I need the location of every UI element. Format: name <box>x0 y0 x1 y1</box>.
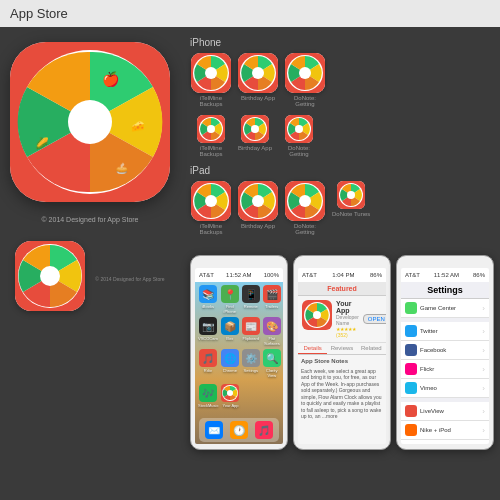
right-panel: iPhone iTelMine Backups <box>180 27 500 497</box>
ipad-section: iPad iTelMine Backups Birthday App <box>190 165 494 243</box>
status-battery-1: 100% <box>264 272 279 278</box>
settings-mockup: AT&T 11:52 AM 86% Settings Game Center › <box>396 255 494 450</box>
svg-point-30 <box>205 195 217 207</box>
facebook-icon <box>405 344 417 356</box>
settings-screen: AT&T 11:52 AM 86% Settings Game Center › <box>401 268 489 444</box>
home-icon-find[interactable]: 📍 Find iPhone <box>221 285 239 314</box>
home-icon-clarity[interactable]: 🔍 Clarity View <box>263 349 281 378</box>
svg-point-18 <box>299 67 311 79</box>
home-icon-rdio[interactable]: 🎵 Rdio <box>198 349 218 378</box>
settings-item-facebook[interactable]: Facebook › <box>401 341 489 360</box>
settings-item-gamecenter[interactable]: Game Center › <box>401 299 489 318</box>
settings-item-yourapp[interactable]: Your App › <box>401 440 489 444</box>
star-rating: ★★★★★ (352) <box>336 326 359 338</box>
app-tabs: Details Reviews Related <box>298 343 386 355</box>
home-icon-remote[interactable]: 📱 Remote <box>242 285 260 314</box>
svg-point-15 <box>252 67 264 79</box>
liveview-icon <box>405 405 417 417</box>
left-panel: 🍎 🧀 🥧 🌽 © 2014 Designed for App Store <box>0 27 180 497</box>
svg-point-27 <box>295 125 303 133</box>
small-icon-caption: © 2014 Designed for App Store <box>95 267 164 285</box>
settings-item-nike[interactable]: Nike + iPod › <box>401 421 489 440</box>
settings-item-liveview[interactable]: LiveView › <box>401 402 489 421</box>
arrow-icon-6: › <box>482 407 485 416</box>
status-carrier-3: AT&T <box>405 272 420 278</box>
tab-related[interactable]: Related <box>357 343 386 354</box>
appstore-header: Featured <box>298 282 386 296</box>
arrow-icon-2: › <box>482 327 485 336</box>
home-icon-vsco[interactable]: 📷 VSCOCam <box>198 317 218 346</box>
ipad-icon-3: DoNote: Getting <box>284 181 326 235</box>
svg-point-36 <box>299 195 311 207</box>
home-icon-ibooks[interactable]: 📚 iBooks <box>198 285 218 314</box>
iphone-small-icon-row: iTelMine Backups Birthday App <box>190 115 326 157</box>
svg-text:🧀: 🧀 <box>131 119 145 133</box>
svg-point-33 <box>252 195 264 207</box>
svg-point-9 <box>40 266 60 286</box>
small-app-icon <box>15 241 85 311</box>
status-time-1: 11:52 AM <box>226 272 251 278</box>
settings-item-twitter[interactable]: Twitter › <box>401 322 489 341</box>
homescreen-mockup: AT&T 11:52 AM 100% 📚 iBooks 📍 <box>190 255 288 450</box>
svg-point-39 <box>347 191 355 199</box>
flickr-icon <box>405 363 417 375</box>
homescreen-screen: AT&T 11:52 AM 100% 📚 iBooks 📍 <box>195 268 283 444</box>
svg-point-45 <box>313 311 321 319</box>
yourapp-settings-icon <box>405 443 417 444</box>
svg-point-2 <box>68 100 112 144</box>
home-icon-flipboard[interactable]: 📰 Flipboard <box>242 317 260 346</box>
appstore-mockup: AT&T 1:04 PM 86% Featured Your App Dev <box>293 255 391 450</box>
ipad-icon-1: iTelMine Backups <box>190 181 232 235</box>
home-icon-settings[interactable]: ⚙️ Settings <box>242 349 260 378</box>
home-row-2: 🎶 StockMusic Your App <box>195 381 283 408</box>
home-icon-trailers[interactable]: 🎬 Trailers <box>263 285 281 314</box>
appstore-screen: AT&T 1:04 PM 86% Featured Your App Dev <box>298 268 386 444</box>
iphone-xs-icon-3: DoNote: Getting <box>278 115 320 157</box>
mockups-section: AT&T 11:52 AM 100% 📚 iBooks 📍 <box>190 255 494 450</box>
dock: ✉️ 🕐 🎵 <box>199 418 279 442</box>
settings-title: Settings <box>401 282 489 299</box>
status-bar-1: AT&T 11:52 AM 100% <box>195 268 283 282</box>
notes-text: Each week, we select a great app and bri… <box>301 368 383 420</box>
app-name: Your App <box>336 300 359 314</box>
header-title: App Store <box>10 6 68 21</box>
open-button[interactable]: OPEN <box>363 314 386 324</box>
main-content: 🍎 🧀 🥧 🌽 © 2014 Designed for App Store <box>0 27 500 497</box>
status-time-2: 1:04 PM <box>332 272 354 278</box>
home-icon-chrome[interactable]: 🌐 Chrome <box>221 349 239 378</box>
ipad-title: iPad <box>190 165 494 176</box>
iphone-xs-icon-2: Birthday App <box>238 115 272 151</box>
status-carrier-2: AT&T <box>302 272 317 278</box>
iphone-icon-row: iTelMine Backups Birthday App <box>190 53 326 107</box>
iphone-icon-1: iTelMine Backups <box>190 53 232 107</box>
iphone-row: iPhone iTelMine Backups <box>190 37 494 165</box>
app-listing-info: Your App Developer Name ★★★★★ (352) <box>336 300 359 338</box>
small-icon-container: © 2014 Designed for App Store <box>15 241 164 311</box>
svg-point-42 <box>227 390 233 396</box>
nike-icon <box>405 424 417 436</box>
status-battery-3: 86% <box>473 272 485 278</box>
arrow-icon-3: › <box>482 346 485 355</box>
app-listing: Your App Developer Name ★★★★★ (352) OPEN <box>298 296 386 343</box>
home-icon-box[interactable]: 📦 Box <box>221 317 239 346</box>
iphone-icon-2: Birthday App <box>238 53 278 101</box>
home-icon-flat[interactable]: 🎨 Flat Surfaces <box>263 317 281 346</box>
tab-reviews[interactable]: Reviews <box>327 343 356 354</box>
iphone-section: iPhone iTelMine Backups <box>190 37 326 165</box>
status-carrier-1: AT&T <box>199 272 214 278</box>
settings-item-vimeo[interactable]: Vimeo › <box>401 379 489 398</box>
large-app-icon: 🍎 🧀 🥧 🌽 <box>10 42 170 202</box>
status-battery-2: 86% <box>370 272 382 278</box>
home-icon-yourapp[interactable]: Your App <box>221 384 239 408</box>
notes-title: App Store Notes <box>301 358 383 366</box>
home-icons-grid: 📚 iBooks 📍 Find iPhone 📱 Remote <box>195 282 283 381</box>
status-bar-3: AT&T 11:52 AM 86% <box>401 268 489 282</box>
gamecenter-icon <box>405 302 417 314</box>
iphone-icon-3: DoNote: Getting <box>284 53 326 107</box>
iphone-xs-icon-1: iTelMine Backups <box>190 115 232 157</box>
svg-text:🌽: 🌽 <box>35 136 49 150</box>
settings-item-flickr[interactable]: Flickr › <box>401 360 489 379</box>
tab-details[interactable]: Details <box>298 343 327 354</box>
arrow-icon-7: › <box>482 426 485 435</box>
home-icon-stockmusic[interactable]: 🎶 StockMusic <box>198 384 218 408</box>
